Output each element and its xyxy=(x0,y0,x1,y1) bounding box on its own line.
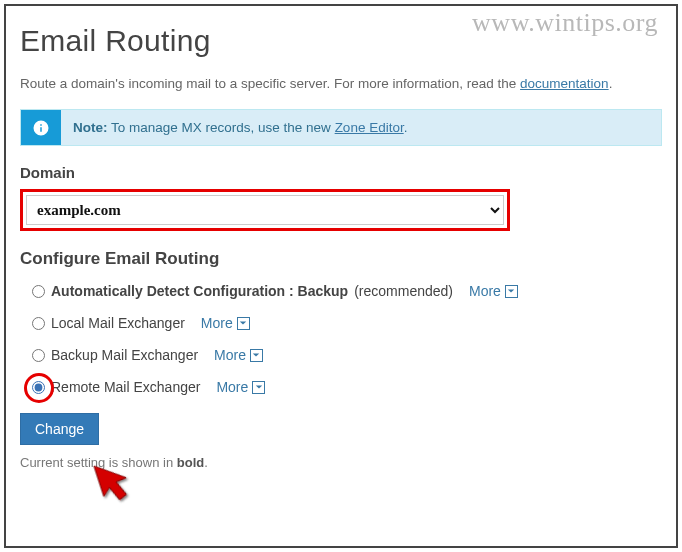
intro-prefix: Route a domain's incoming mail to a spec… xyxy=(20,76,520,91)
alert-prefix: To manage MX records, use the new xyxy=(108,120,335,135)
label-remote: Remote Mail Exchanger xyxy=(51,379,200,395)
radio-backup[interactable] xyxy=(32,349,45,362)
radio-remote[interactable] xyxy=(32,381,45,394)
intro-suffix: . xyxy=(609,76,613,91)
option-local[interactable]: Local Mail Exchanger More xyxy=(32,315,662,331)
change-button[interactable]: Change xyxy=(20,413,99,445)
hint-suffix: . xyxy=(204,455,208,470)
page-frame: www.wintips.org Email Routing Route a do… xyxy=(4,4,678,548)
domain-label: Domain xyxy=(20,164,662,181)
zone-editor-link[interactable]: Zone Editor xyxy=(335,120,404,135)
current-setting-hint: Current setting is shown in bold. xyxy=(20,455,662,470)
option-auto-detect[interactable]: Automatically Detect Configuration : Bac… xyxy=(32,283,662,299)
radio-remote-highlight xyxy=(32,381,45,394)
domain-select-highlight: example.com xyxy=(20,189,510,231)
info-alert: Note: To manage MX records, use the new … xyxy=(20,109,662,146)
more-local[interactable]: More xyxy=(201,315,250,331)
more-label: More xyxy=(214,347,246,363)
routing-options: Automatically Detect Configuration : Bac… xyxy=(20,283,662,470)
radio-local[interactable] xyxy=(32,317,45,330)
option-remote[interactable]: Remote Mail Exchanger More xyxy=(32,379,662,395)
option-backup[interactable]: Backup Mail Exchanger More xyxy=(32,347,662,363)
page-title: Email Routing xyxy=(20,24,662,58)
alert-body: Note: To manage MX records, use the new … xyxy=(61,110,661,145)
radio-auto[interactable] xyxy=(32,285,45,298)
hint-bold: bold xyxy=(177,455,204,470)
intro-text: Route a domain's incoming mail to a spec… xyxy=(20,76,662,91)
alert-suffix: . xyxy=(404,120,408,135)
info-icon xyxy=(21,110,61,145)
label-auto: Automatically Detect Configuration : Bac… xyxy=(51,283,348,299)
domain-select[interactable]: example.com xyxy=(26,195,504,225)
more-label: More xyxy=(469,283,501,299)
more-remote[interactable]: More xyxy=(216,379,265,395)
chevron-down-icon xyxy=(250,349,263,362)
configure-heading: Configure Email Routing xyxy=(20,249,662,269)
note-label: Note: xyxy=(73,120,108,135)
more-backup[interactable]: More xyxy=(214,347,263,363)
more-auto[interactable]: More xyxy=(469,283,518,299)
documentation-link[interactable]: documentation xyxy=(520,76,609,91)
chevron-down-icon xyxy=(505,285,518,298)
more-label: More xyxy=(201,315,233,331)
chevron-down-icon xyxy=(237,317,250,330)
label-backup: Backup Mail Exchanger xyxy=(51,347,198,363)
hint-prefix: Current setting is shown in xyxy=(20,455,177,470)
label-auto-rec: (recommended) xyxy=(354,283,453,299)
annotation-cursor-icon xyxy=(88,464,138,524)
label-local: Local Mail Exchanger xyxy=(51,315,185,331)
more-label: More xyxy=(216,379,248,395)
chevron-down-icon xyxy=(252,381,265,394)
